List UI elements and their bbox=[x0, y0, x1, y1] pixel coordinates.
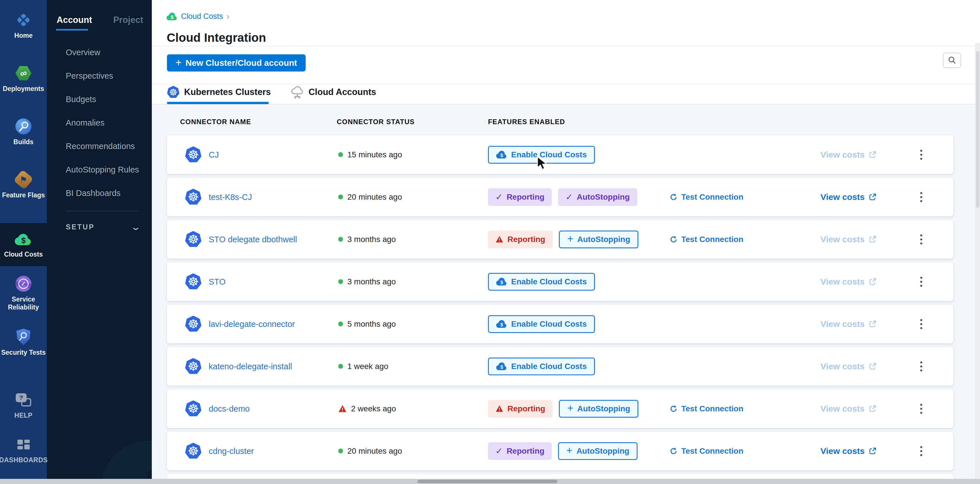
status-ok-dot-icon bbox=[338, 279, 343, 284]
nav-label: Cloud Costs bbox=[4, 250, 43, 258]
svg-text:$: $ bbox=[500, 153, 503, 158]
sidebar-item-bi-dashboards[interactable]: BI Dashboards bbox=[66, 181, 149, 205]
row-menu-button[interactable] bbox=[917, 443, 925, 459]
setup-section-toggle[interactable]: SETUP ⌄ bbox=[66, 219, 139, 235]
svg-text:$: $ bbox=[21, 236, 25, 245]
sidebar-item-autostopping-rules[interactable]: AutoStopping Rules bbox=[66, 158, 149, 181]
test-connection-button[interactable]: Test Connection bbox=[669, 235, 743, 244]
breadcrumb-cloud-costs-link[interactable]: Cloud Costs bbox=[181, 12, 223, 21]
nav-item-builds[interactable]: Builds bbox=[0, 118, 47, 146]
row-menu-button[interactable] bbox=[917, 232, 925, 247]
check-icon: ✓ bbox=[495, 446, 503, 456]
sidebar-item-anomalies[interactable]: Anomalies bbox=[66, 111, 149, 134]
enable-cloud-costs-button[interactable]: $ Enable Cloud Costs bbox=[488, 358, 595, 375]
cloud-costs-icon: $ bbox=[15, 231, 32, 248]
enable-cloud-costs-button[interactable]: $ Enable Cloud Costs bbox=[488, 146, 595, 164]
dashboards-icon bbox=[15, 436, 32, 453]
external-link-icon bbox=[869, 193, 877, 201]
breadcrumb: $ Cloud Costs › bbox=[167, 12, 229, 21]
module-menu: Overview Perspectives Budgets Anomalies … bbox=[66, 41, 149, 205]
nav-item-dashboards[interactable]: DASHBOARDS bbox=[0, 436, 47, 464]
external-link-icon bbox=[869, 447, 877, 455]
connector-name-link[interactable]: STO bbox=[209, 277, 226, 286]
status-text: 3 months ago bbox=[347, 235, 396, 244]
sidebar-item-recommendations[interactable]: Recommendations bbox=[66, 134, 149, 158]
connector-row[interactable]: ☸ kateno-delegate-install 1 week ago $ E… bbox=[167, 347, 953, 386]
feature-error-badge: Reporting bbox=[488, 400, 553, 418]
security-tests-icon bbox=[15, 328, 32, 345]
sidebar-item-perspectives[interactable]: Perspectives bbox=[66, 64, 149, 88]
row-menu-button[interactable] bbox=[917, 316, 925, 332]
nav-item-feature-flags[interactable]: ⚑ Feature Flags bbox=[0, 171, 47, 199]
header-divider bbox=[152, 46, 980, 46]
nav-item-home[interactable]: Home bbox=[0, 11, 47, 40]
test-connection-button[interactable]: Test Connection bbox=[669, 193, 743, 202]
features-enabled-cell: $ Enable Cloud Costs bbox=[488, 146, 595, 164]
row-menu-button[interactable] bbox=[917, 358, 925, 374]
vertical-scrollbar[interactable] bbox=[975, 43, 980, 479]
add-autostopping-button[interactable]: +AutoStopping bbox=[559, 400, 638, 418]
view-costs-link[interactable]: View costs bbox=[821, 192, 877, 202]
test-connection-button[interactable]: Test Connection bbox=[669, 404, 743, 413]
plus-icon: + bbox=[567, 234, 573, 244]
view-costs-link[interactable]: View costs bbox=[821, 235, 877, 244]
view-costs-link[interactable]: View costs bbox=[821, 277, 877, 287]
connector-name-link[interactable]: CJ bbox=[209, 150, 219, 159]
nav-item-deployments[interactable]: ∞ Deployments bbox=[0, 65, 47, 93]
connector-name-link[interactable]: lavi-delegate-connector bbox=[209, 319, 295, 329]
row-menu-button[interactable] bbox=[917, 274, 925, 289]
feature-enabled-badge: ✓Reporting bbox=[488, 442, 552, 460]
enable-cloud-costs-button[interactable]: $ Enable Cloud Costs bbox=[488, 273, 595, 291]
sidebar-item-budgets[interactable]: Budgets bbox=[66, 88, 149, 111]
connector-name-link[interactable]: docs-demo bbox=[209, 404, 250, 413]
test-connection-button[interactable]: Test Connection bbox=[669, 447, 743, 456]
vertical-scrollbar-thumb[interactable] bbox=[976, 51, 979, 208]
tab-account[interactable]: Account bbox=[57, 15, 92, 25]
connector-row[interactable]: ☸ STO delegate dbothwell 3 months ago Re… bbox=[167, 220, 953, 259]
connector-row[interactable]: ☸ cdng-cluster 20 minutes ago ✓Reporting… bbox=[167, 432, 953, 470]
tab-cloud-accounts[interactable]: Cloud Accounts bbox=[291, 86, 376, 98]
connector-row[interactable]: ☸ test-K8s-CJ 20 minutes ago ✓Reporting … bbox=[167, 177, 953, 216]
view-costs-link[interactable]: View costs bbox=[821, 319, 877, 329]
horizontal-scrollbar[interactable] bbox=[0, 479, 980, 484]
row-menu-button[interactable] bbox=[917, 147, 925, 163]
status-text: 15 minutes ago bbox=[347, 150, 402, 159]
new-cluster-cloud-account-button[interactable]: + New Cluster/Cloud account bbox=[167, 54, 305, 72]
enable-cloud-costs-button[interactable]: $ Enable Cloud Costs bbox=[488, 315, 595, 333]
connector-name-link[interactable]: cdng-cluster bbox=[209, 446, 254, 456]
row-menu-button[interactable] bbox=[917, 401, 925, 417]
status-ok-dot-icon bbox=[338, 237, 343, 242]
nav-item-help[interactable]: ? HELP bbox=[0, 391, 47, 419]
connector-status-cell: 3 months ago bbox=[338, 235, 396, 244]
connector-icon-cell: ☸ bbox=[185, 316, 202, 332]
connector-name-link[interactable]: STO delegate dbothwell bbox=[209, 235, 297, 244]
connector-name-link[interactable]: kateno-delegate-install bbox=[209, 361, 292, 371]
tab-project[interactable]: Project bbox=[113, 15, 143, 25]
row-menu-button[interactable] bbox=[917, 189, 925, 205]
tab-kubernetes-clusters[interactable]: ☸ Kubernetes Clusters bbox=[167, 86, 271, 98]
external-link-icon bbox=[869, 320, 877, 328]
view-costs-link[interactable]: View costs bbox=[821, 446, 877, 456]
view-costs-link[interactable]: View costs bbox=[821, 150, 877, 160]
connector-row[interactable]: ☸ docs-demo 2 weeks ago Reporting +AutoS… bbox=[167, 389, 953, 428]
view-costs-link[interactable]: View costs bbox=[821, 361, 877, 371]
add-autostopping-button[interactable]: +AutoStopping bbox=[558, 442, 638, 460]
plus-icon: + bbox=[175, 58, 181, 68]
nav-item-cloud-costs-active[interactable]: $ Cloud Costs bbox=[0, 223, 47, 266]
connector-row[interactable]: ☸ STO 3 months ago $ Enable Cloud Costs … bbox=[167, 262, 953, 301]
nav-item-security-tests[interactable]: Security Tests bbox=[0, 328, 47, 356]
sidebar-item-overview[interactable]: Overview bbox=[66, 41, 149, 64]
connector-icon-cell: ☸ bbox=[185, 401, 202, 417]
status-ok-dot-icon bbox=[338, 364, 343, 369]
view-costs-link[interactable]: View costs bbox=[821, 404, 877, 414]
horizontal-scrollbar-thumb[interactable] bbox=[417, 480, 557, 483]
connector-status-cell: 1 week ago bbox=[338, 362, 388, 371]
active-tab-underline bbox=[56, 29, 88, 30]
add-autostopping-button[interactable]: +AutoStopping bbox=[559, 230, 638, 248]
nav-item-service-reliability[interactable]: ✓ Service Reliability bbox=[0, 275, 47, 311]
connector-name-link[interactable]: test-K8s-CJ bbox=[209, 192, 252, 202]
connector-row[interactable]: ☸ lavi-delegate-connector 5 months ago $… bbox=[167, 305, 953, 343]
cloud-dollar-icon: $ bbox=[496, 151, 507, 159]
search-button[interactable] bbox=[943, 53, 961, 68]
connector-row[interactable]: ☸ CJ 15 minutes ago $ Enable Cloud Costs… bbox=[167, 135, 953, 174]
